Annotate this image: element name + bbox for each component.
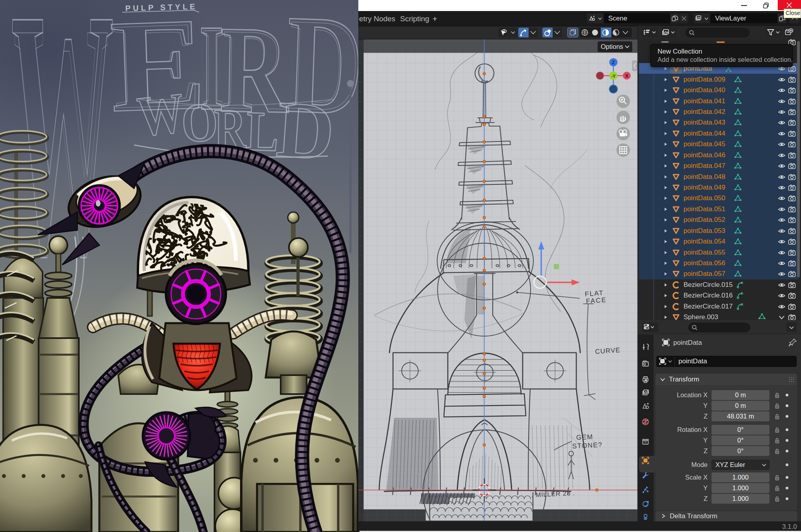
svg-text:GEM: GEM [576, 433, 593, 441]
svg-text:-Y: -Y [611, 74, 616, 78]
svg-text:Options: Options [601, 43, 623, 50]
svg-text:STONE?: STONE? [572, 441, 603, 450]
svg-text:D: D [274, 84, 337, 177]
svg-text:W: W [135, 81, 187, 148]
svg-text:Z: Z [612, 60, 615, 65]
svg-text:X: X [625, 73, 628, 79]
